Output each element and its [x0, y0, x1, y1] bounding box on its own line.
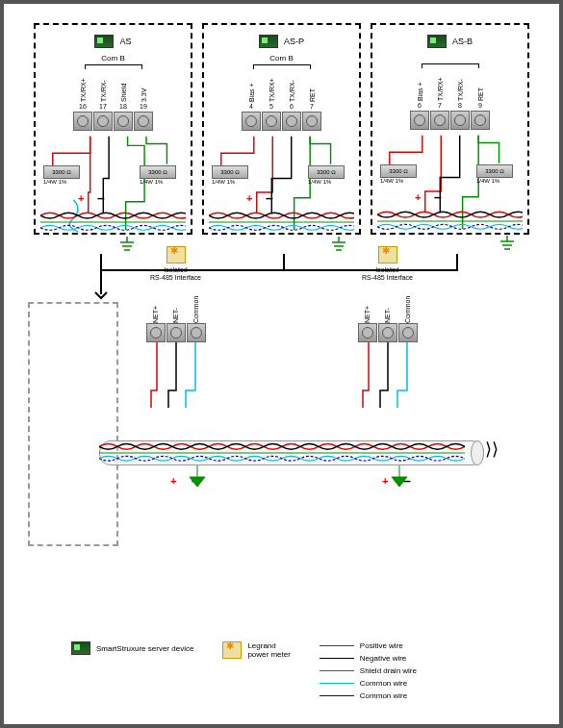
wire-sample-common2 — [320, 695, 354, 697]
pin-num: 19 — [140, 103, 147, 110]
ground-icon — [329, 237, 348, 252]
server-icon — [259, 35, 278, 48]
server-icon — [71, 641, 90, 655]
legend-label: Legrand power meter — [247, 641, 290, 659]
module-as-p: AS-P Com B Bias +4 TX/RX+5 TX/RX-6 RET7 … — [202, 23, 361, 235]
modules-row: AS Com B TX/RX+16 TX/RX-17 Shield18 3.3V… — [23, 23, 540, 235]
resistor: 3300 Ω — [476, 164, 513, 178]
resistor: 3300 Ω — [140, 165, 176, 179]
resistor: 3300 Ω — [212, 165, 248, 179]
pin-num: 16 — [79, 103, 87, 110]
pin-num: 17 — [99, 103, 107, 110]
resistor-spec: 1/4W 1% — [140, 179, 163, 185]
diagram-page: AS Com B TX/RX+16 TX/RX-17 Shield18 3.3V… — [0, 0, 563, 728]
terminal — [73, 112, 92, 131]
module-as-b: AS-B Bias +6 TX/RX+7 TX/RX-8 RET9 3300 Ω… — [371, 23, 529, 235]
ground-arrow-icon — [388, 465, 411, 489]
wiring-area: 3300 Ω 1/4W 1% 3300 Ω 1/4W 1% + – — [382, 134, 518, 249]
twisted-cable — [40, 212, 186, 233]
terminal — [114, 112, 133, 131]
pin-label: 3.3V — [141, 67, 147, 102]
module-title: AS-B — [452, 37, 473, 46]
cable-break-icon: ⟩⟩ — [485, 439, 499, 460]
meter-icon — [378, 246, 397, 264]
meter-icon — [166, 246, 186, 264]
module-title: AS — [119, 37, 131, 46]
legend-wires: Positive wire Negative wire Shield drain… — [320, 641, 417, 700]
resistor: 3300 Ω — [43, 165, 80, 179]
twisted-cable — [377, 211, 523, 232]
cable-end-icon — [471, 440, 484, 465]
wire-sample-shield — [320, 670, 354, 672]
minus-icon: – — [97, 190, 105, 206]
wiring-area: 3300 Ω 1/4W 1% 3300 Ω 1/4W 1% + – — [214, 135, 349, 250]
wire-sample-common1 — [320, 683, 354, 685]
terminal-block — [45, 112, 181, 131]
resistor-spec: 1/4W 1% — [43, 179, 66, 185]
connector-line — [100, 269, 458, 271]
meter-icon — [222, 641, 242, 659]
interface-wires — [349, 342, 426, 410]
legend-label: SmartStruxure server device — [96, 644, 193, 653]
com-label: Com B — [45, 54, 181, 63]
twisted-cable — [209, 212, 354, 233]
module-title: AS-P — [284, 37, 304, 46]
pin-labels: TX/RX+16 TX/RX-17 Shield18 3.3V19 — [45, 67, 181, 110]
brace-line — [85, 64, 142, 65]
bottom-bus-cable: ⟩⟩ — [99, 419, 465, 477]
legend-meter: Legrand power meter — [222, 641, 290, 659]
module-as: AS Com B TX/RX+16 TX/RX-17 Shield18 3.3V… — [34, 23, 192, 235]
legend: SmartStruxure server device Legrand powe… — [71, 641, 530, 700]
resistor: 3300 Ω — [380, 164, 417, 178]
module-header: AS — [45, 35, 181, 48]
wiring-area: 3300 Ω 1/4W 1% 3300 Ω 1/4W 1% + – — [45, 135, 181, 250]
ground-icon — [498, 236, 517, 251]
wire-sample-positive — [320, 645, 354, 647]
brace-line — [422, 63, 479, 64]
ground-icon — [117, 237, 137, 252]
pin-label: Shield — [120, 67, 127, 102]
resistor: 3300 Ω — [308, 165, 345, 179]
terminal — [134, 112, 153, 131]
terminal — [93, 112, 113, 131]
pin-label: TX/RX- — [100, 67, 107, 102]
pin-label: TX/RX+ — [80, 67, 87, 102]
com-label: Com B — [214, 54, 349, 63]
plus-icon: + — [78, 192, 84, 204]
interface-wires — [138, 342, 215, 410]
arrow-down-icon — [93, 289, 109, 300]
pin-num: 18 — [119, 103, 127, 110]
connector-line — [100, 254, 102, 292]
legend-server: SmartStruxure server device — [71, 641, 193, 655]
brace-line — [253, 64, 311, 65]
ground-arrow-icon — [186, 465, 209, 489]
wire-sample-negative — [320, 658, 354, 660]
server-icon — [427, 35, 447, 48]
server-icon — [94, 35, 114, 48]
